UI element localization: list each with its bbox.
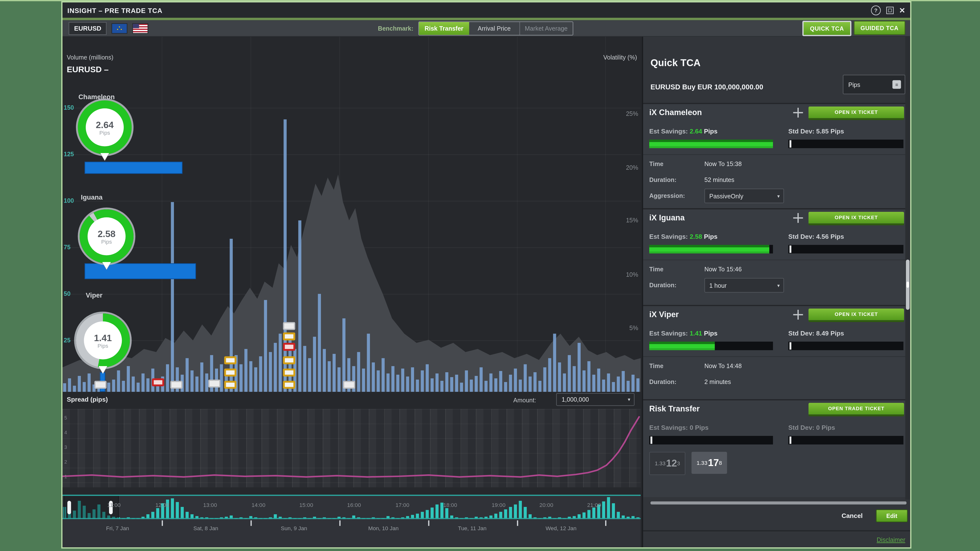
timeline-bar: [181, 507, 184, 519]
amount-select[interactable]: 1,000,000 ▾: [556, 393, 635, 406]
volume-bar: [68, 378, 71, 392]
est-savings: Est Savings: 1.41 Pips: [649, 329, 718, 337]
unit-select[interactable]: Pips ≡: [843, 75, 905, 94]
volume-bar: [622, 371, 625, 392]
algo-gauge-iguana[interactable]: 2.58Pips: [80, 210, 134, 263]
volume-bar: [553, 334, 557, 392]
volume-bar: [441, 381, 444, 392]
timeline-bar: [504, 510, 508, 519]
algo-gauge-viper[interactable]: 1.41Pips: [76, 313, 130, 367]
volume-bar: [401, 368, 404, 392]
benchmark-option-market-average[interactable]: Market Average: [520, 22, 573, 35]
event-badge: [224, 381, 236, 389]
volume-bar: [333, 354, 336, 392]
disclaimer-link[interactable]: Disclaimer: [877, 536, 905, 543]
buy-price-button[interactable]: 1.33178: [692, 452, 727, 474]
est-savings: Est Savings: 0 Pips: [649, 424, 708, 431]
volume-bar: [337, 367, 341, 392]
crosshair-icon[interactable]: [792, 213, 803, 224]
volume-bar: [499, 371, 503, 392]
benchmark-option-risk-transfer[interactable]: Risk Transfer: [419, 22, 469, 35]
std-dev-label: Std Dev: 5.85 Pips: [788, 127, 844, 135]
detail-select[interactable]: PassiveOnly▾: [705, 189, 784, 203]
panel-vertical-scrollbar[interactable]: [905, 37, 910, 500]
volume-bar: [254, 367, 258, 392]
detail-select-value: PassiveOnly: [709, 192, 743, 199]
order-summary: EURUSD Buy EUR 100,000,000.00: [651, 83, 763, 91]
mode-button-guided-tca[interactable]: GUIDED TCA: [854, 21, 905, 35]
benchmark-option-arrival-price[interactable]: Arrival Price: [469, 22, 520, 35]
gauge-face: 2.58Pips: [88, 218, 126, 256]
timeline-left-handle[interactable]: [67, 501, 71, 514]
timeline-time-label: 13:00: [203, 502, 217, 508]
price-big-digits: 17: [708, 457, 719, 468]
event-badge: [283, 381, 295, 389]
open-ticket-button[interactable]: OPEN IX TICKET: [808, 308, 904, 322]
open-ticket-button[interactable]: OPEN IX TICKET: [808, 106, 904, 120]
mode-button-quick-tca[interactable]: QUICK TCA: [803, 21, 851, 36]
detail-label: Duration:: [649, 176, 676, 183]
close-icon[interactable]: ✕: [899, 6, 905, 14]
timeline-time-label: 14:00: [251, 502, 265, 508]
maximize-icon[interactable]: [886, 6, 894, 14]
gauge-face: 1.41Pips: [84, 322, 122, 359]
price-sub-digit: 3: [677, 460, 680, 467]
timeline-bar: [431, 508, 434, 519]
volume-bar: [475, 376, 478, 392]
timeline-bar: [436, 505, 439, 519]
open-ticket-button[interactable]: OPEN TRADE TICKET: [808, 403, 904, 416]
detail-select[interactable]: 1 hour▾: [705, 278, 784, 293]
open-ticket-button[interactable]: OPEN IX TICKET: [808, 212, 904, 225]
cancel-button[interactable]: Cancel: [842, 512, 863, 519]
volume-bar: [171, 202, 174, 392]
volume-bar: [146, 378, 150, 392]
spread-axis-tick: 1: [64, 474, 67, 480]
scrollbar-thumb[interactable]: [906, 260, 910, 310]
gauge-unit: Pips: [101, 238, 112, 245]
panel-horizontal-scrollbar[interactable]: [651, 502, 907, 505]
chevron-down-icon: ▾: [777, 283, 780, 288]
event-badge: [283, 356, 295, 364]
volume-bar: [519, 380, 522, 392]
algo-card-ix-viper: iX ViperOPEN IX TICKETEst Savings: 1.41 …: [643, 305, 910, 399]
timeline-bar: [514, 505, 517, 519]
volume-bar: [205, 373, 208, 392]
event-badge: [343, 381, 355, 389]
est-savings-value: 2.58: [690, 233, 702, 240]
event-badge: [170, 381, 183, 389]
timeline-bar: [612, 503, 615, 519]
spread-axis-tick: 4: [64, 430, 67, 435]
gauge-value: 2.64: [96, 119, 114, 130]
est-savings-label: Est Savings:: [649, 329, 690, 337]
savings-bar-track: [649, 140, 773, 148]
volume-bar: [191, 370, 194, 392]
sell-price-button[interactable]: 1.33123: [649, 452, 686, 475]
volume-bar: [534, 372, 537, 392]
edit-button[interactable]: Edit: [876, 510, 908, 522]
help-icon[interactable]: ?: [871, 5, 881, 15]
volume-bar: [166, 364, 169, 392]
amount-label: Amount:: [513, 397, 536, 403]
tca-mode-buttons: QUICK TCAGUIDED TCA: [803, 21, 905, 36]
volume-bar: [274, 343, 277, 392]
timeline-date-label: Sat, 8 Jan: [193, 525, 218, 531]
currency-pair-selector[interactable]: EURUSD: [68, 22, 107, 35]
est-savings-unit: Pips: [702, 329, 718, 337]
gauge-unit: Pips: [99, 130, 110, 136]
volume-bar: [612, 382, 615, 392]
menu-icon: ≡: [892, 80, 901, 89]
stddev-bar-track: [788, 341, 904, 350]
timeline-bar: [607, 497, 610, 519]
algo-gauge-chameleon[interactable]: 2.64Pips: [78, 100, 132, 154]
timeline-time-label: 19:00: [492, 502, 506, 508]
detail-label: Time: [649, 362, 663, 369]
crosshair-icon[interactable]: [792, 309, 803, 320]
timeline-day-tick: [339, 520, 340, 526]
spread-axis-title: Spread (pips): [67, 395, 108, 403]
volume-bar: [372, 362, 375, 392]
crosshair-icon[interactable]: [792, 107, 803, 118]
timeline-navigator[interactable]: 11:0012:0013:0014:0015:0016:0017:0018:00…: [62, 495, 641, 547]
est-savings-value: 2.64: [690, 127, 702, 135]
volume-bar: [597, 368, 600, 392]
est-savings: Est Savings: 2.58 Pips: [649, 233, 718, 240]
